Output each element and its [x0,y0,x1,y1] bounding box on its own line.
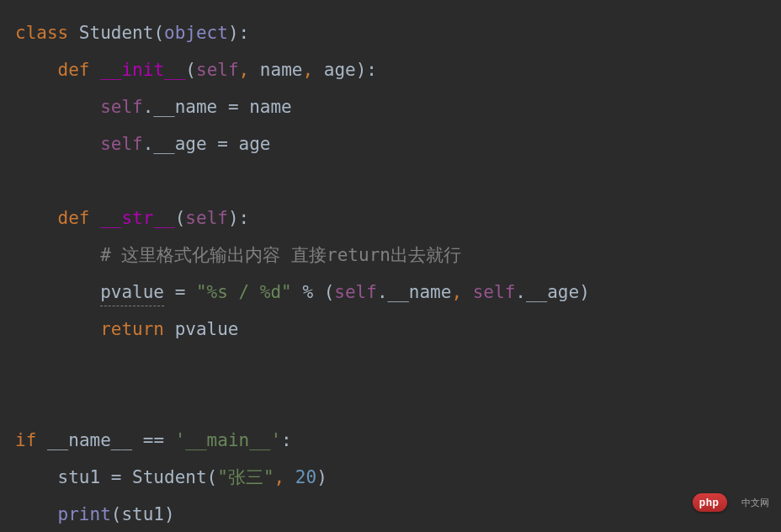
indent [15,502,58,529]
param-age: age [324,57,356,84]
comma: , [239,57,260,84]
indent [15,57,58,84]
comment-text: # 这里格式化输出内容 直接return出去就行 [100,242,461,269]
method-str: __str__ [100,205,175,232]
comma: , [274,465,295,492]
paren: ) [316,465,327,492]
comma: , [302,57,323,84]
keyword-return: return [100,317,164,343]
comma: , [451,279,472,306]
keyword-def: def [58,57,90,84]
name-check: __name__ == [47,428,175,455]
builtin-print: print [58,502,111,529]
paren-close: ): [228,205,249,232]
indent [15,317,100,343]
equals: = [164,279,196,306]
code-line-13[interactable]: stu1 = Student("张三", 20) [15,460,781,497]
indent [15,94,100,121]
indent [15,131,100,158]
attr-age: .__age) [515,279,590,306]
indent [15,279,100,306]
code-line-blank-5[interactable] [15,163,781,200]
keyword-class: class [15,20,68,47]
self-param: self [185,205,228,232]
assignment: .__age = age [143,131,271,158]
self-ref: self [100,131,143,158]
code-line-blank-11[interactable] [15,386,781,423]
code-editor[interactable]: class Student(object): def __init__(self… [0,0,781,532]
return-value: pvalue [164,317,239,343]
self-ref: self [100,94,143,121]
indent [15,205,58,232]
code-line-9[interactable]: return pvalue [15,311,781,348]
code-line-8[interactable]: pvalue = "%s / %d" % (self.__name, self.… [15,274,781,311]
paren: ( [175,205,186,232]
assignment: .__name = name [143,94,292,121]
self-param: self [196,57,239,84]
space [90,57,101,84]
code-line-blank-10[interactable] [15,348,781,386]
colon: : [281,428,292,455]
string-arg: "张三" [217,465,274,492]
call-args: (stu1) [111,502,175,529]
indent [15,242,100,269]
main-string: '__main__' [175,428,281,455]
builtin-object: object [164,20,228,47]
space [36,428,47,455]
format-string: "%s / %d" [196,279,292,306]
indent [15,465,58,492]
code-line-1[interactable]: class Student(object): [15,15,781,52]
self-ref: self [473,279,516,306]
code-line-12[interactable]: if __name__ == '__main__': [15,423,781,460]
paren: ( [185,57,196,84]
code-line-14[interactable]: print(stu1) [15,497,781,532]
space [90,205,101,232]
paren: ( [153,20,164,47]
mod-operator: % ( [292,279,335,306]
code-line-6[interactable]: def __str__(self): [15,200,781,237]
paren-close: ): [228,20,249,47]
code-line-7[interactable]: # 这里格式化输出内容 直接return出去就行 [15,237,781,274]
paren-close: ): [356,57,377,84]
assignment: stu1 = Student( [58,465,218,492]
param-name: name [260,57,303,84]
attr-name: .__name [377,279,452,306]
number-arg: 20 [295,465,316,492]
keyword-def: def [58,205,90,232]
code-line-2[interactable]: def __init__(self, name, age): [15,52,781,89]
method-init: __init__ [100,57,185,84]
code-line-3[interactable]: self.__name = name [15,89,781,126]
self-ref: self [334,279,377,306]
code-line-4[interactable]: self.__age = age [15,126,781,163]
keyword-if: if [15,428,36,455]
var-pvalue: pvalue [100,279,164,307]
class-name: Student [68,20,153,47]
